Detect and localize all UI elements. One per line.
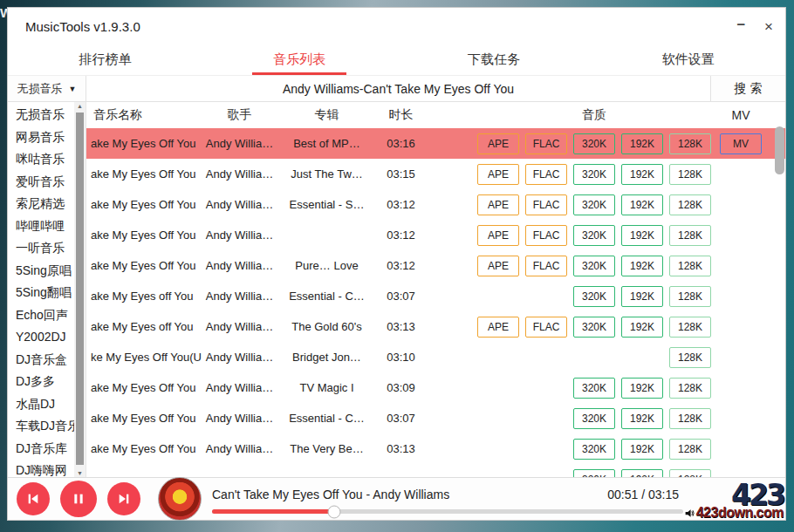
sidebar-item[interactable]: 5Sing翻唱 xyxy=(8,282,74,304)
song-duration: 03:09 xyxy=(377,381,425,394)
previous-track-button[interactable] xyxy=(17,482,50,515)
search-input[interactable] xyxy=(86,76,710,101)
download-ape-button[interactable]: APE xyxy=(477,133,519,154)
song-row[interactable]: ake My Eyes Off YouAndy Willia…Essential… xyxy=(86,189,785,220)
download-320k-button[interactable]: 320K xyxy=(573,256,615,276)
sidebar-item[interactable]: Y2002DJ xyxy=(8,326,74,349)
download-320k-button[interactable]: 320K xyxy=(573,225,615,246)
download-320k-button[interactable]: 320K xyxy=(573,133,615,154)
download-128k-button[interactable]: 128K xyxy=(669,439,711,460)
tab-music-list[interactable]: 音乐列表 xyxy=(202,44,397,75)
search-button[interactable]: 搜 索 xyxy=(710,76,785,101)
download-192k-button[interactable]: 192K xyxy=(621,225,663,246)
download-128k-button[interactable]: 128K xyxy=(669,347,711,368)
download-192k-button[interactable]: 192K xyxy=(621,256,663,276)
sidebar-item[interactable]: 一听音乐 xyxy=(8,237,74,260)
download-128k-button[interactable]: 128K xyxy=(669,164,711,185)
sidebar-item[interactable]: DJ音乐库 xyxy=(8,438,74,460)
sidebar-item[interactable]: 网易音乐 xyxy=(8,126,74,149)
tab-settings[interactable]: 软件设置 xyxy=(591,44,785,75)
download-192k-button[interactable]: 192K xyxy=(621,439,663,460)
scroll-down-icon[interactable]: ▼ xyxy=(74,470,86,476)
download-320k-button[interactable]: 320K xyxy=(573,194,615,215)
sidebar-scrollbar-thumb[interactable] xyxy=(76,113,84,465)
download-192k-button[interactable]: 192K xyxy=(621,469,663,478)
close-button[interactable]: × xyxy=(764,19,773,34)
sidebar-item[interactable]: 无损音乐 xyxy=(8,104,74,126)
download-192k-button[interactable]: 192K xyxy=(621,133,663,154)
player-bar: Can't Take My Eyes Off You - Andy Willia… xyxy=(8,477,785,520)
download-128k-button[interactable]: 128K xyxy=(669,194,711,215)
download-320k-button[interactable]: 320K xyxy=(573,408,615,429)
song-row[interactable]: ake My Eyes Off YouAndy Willia…Best of M… xyxy=(86,128,785,159)
sidebar-item[interactable]: DJ音乐盒 xyxy=(8,349,74,372)
minimize-button[interactable]: – xyxy=(737,17,745,31)
download-flac-button[interactable]: FLAC xyxy=(525,133,567,154)
song-row[interactable]: 320K192K128K xyxy=(86,464,785,477)
progress-bar[interactable] xyxy=(212,509,683,514)
download-ape-button[interactable]: APE xyxy=(477,164,519,185)
download-128k-button[interactable]: 128K xyxy=(669,286,711,307)
download-flac-button[interactable]: FLAC xyxy=(525,256,567,276)
download-192k-button[interactable]: 192K xyxy=(621,378,663,399)
sidebar-item[interactable]: 水晶DJ xyxy=(8,393,74,416)
sidebar-item[interactable]: 车载DJ音乐 xyxy=(8,415,74,438)
song-row[interactable]: ake My Eyes Off YouAndy Willia…03:12APEF… xyxy=(86,220,785,250)
download-128k-button[interactable]: 128K xyxy=(669,378,711,399)
download-320k-button[interactable]: 320K xyxy=(573,317,615,338)
sidebar-item[interactable]: DJ嗨嗨网 xyxy=(8,460,74,477)
download-192k-button[interactable]: 192K xyxy=(621,286,663,307)
tab-rank-list[interactable]: 排行榜单 xyxy=(8,44,202,75)
download-320k-button[interactable]: 320K xyxy=(573,164,615,185)
song-row[interactable]: ake My Eyes Off YouAndy Willia…Pure… Lov… xyxy=(86,250,785,281)
download-ape-button[interactable]: APE xyxy=(477,225,519,246)
next-track-button[interactable] xyxy=(107,482,140,515)
progress-thumb[interactable] xyxy=(328,505,341,518)
download-128k-button[interactable]: 128K xyxy=(669,256,711,276)
song-row[interactable]: ake My Eyes Off YouAndy Willia…Essential… xyxy=(86,403,785,433)
download-192k-button[interactable]: 192K xyxy=(621,194,663,215)
song-row[interactable]: ake My Eyes Off YouAndy Willia…The Very … xyxy=(86,433,785,464)
download-320k-button[interactable]: 320K xyxy=(573,439,615,460)
download-320k-button[interactable]: 320K xyxy=(573,286,615,307)
download-128k-button[interactable]: 128K xyxy=(669,469,711,478)
sidebar-item[interactable]: DJ多多 xyxy=(8,371,74,393)
download-128k-button[interactable]: 128K xyxy=(669,225,711,246)
download-192k-button[interactable]: 192K xyxy=(621,408,663,429)
download-flac-button[interactable]: FLAC xyxy=(525,164,567,185)
download-ape-button[interactable]: APE xyxy=(477,194,519,215)
sidebar-item[interactable]: Echo回声 xyxy=(8,304,74,327)
download-ape-button[interactable]: APE xyxy=(477,317,519,338)
download-flac-button[interactable]: FLAC xyxy=(525,225,567,246)
table-scrollbar-thumb[interactable] xyxy=(775,126,784,174)
download-320k-button[interactable]: 320K xyxy=(573,378,615,399)
download-128k-button[interactable]: 128K xyxy=(669,317,711,338)
download-flac-button[interactable]: FLAC xyxy=(525,317,567,338)
quality-slot: FLAC xyxy=(525,194,567,215)
song-row[interactable]: ke My Eyes Off You(U…Andy Willia…Bridget… xyxy=(86,342,785,372)
sidebar-item[interactable]: 爱听音乐 xyxy=(8,171,74,194)
sidebar-item[interactable]: 咪咕音乐 xyxy=(8,148,74,171)
tab-download-tasks[interactable]: 下载任务 xyxy=(397,44,592,75)
song-row[interactable]: ake My Eyes off YouAndy Willia…Essential… xyxy=(86,281,785,311)
sidebar-scrollbar[interactable]: ▲ ▼ xyxy=(74,102,86,477)
download-320k-button[interactable]: 320K xyxy=(573,469,615,478)
source-dropdown[interactable]: 无损音乐 ▼ xyxy=(8,76,86,101)
song-row[interactable]: ake My Eyes Off YouAndy Willia…TV Magic … xyxy=(86,372,785,403)
sidebar-item[interactable]: 哔哩哔哩 xyxy=(8,215,74,238)
download-192k-button[interactable]: 192K xyxy=(621,164,663,185)
download-192k-button[interactable]: 192K xyxy=(621,317,663,338)
sidebar-item[interactable]: 索尼精选 xyxy=(8,193,74,215)
download-128k-button[interactable]: 128K xyxy=(669,133,711,154)
quality-slot: 128K xyxy=(669,133,711,154)
pause-button[interactable] xyxy=(60,481,97,517)
song-duration: 03:10 xyxy=(377,351,425,364)
download-ape-button[interactable]: APE xyxy=(477,256,519,276)
mv-button[interactable]: MV xyxy=(720,133,762,154)
download-128k-button[interactable]: 128K xyxy=(669,408,711,429)
scroll-up-icon[interactable]: ▲ xyxy=(74,103,86,109)
song-row[interactable]: ake My Eyes off YouAndy Willia…The Gold … xyxy=(86,311,785,342)
song-row[interactable]: ake My Eyes Off YouAndy Willia…Just The … xyxy=(86,159,785,189)
download-flac-button[interactable]: FLAC xyxy=(525,194,567,215)
sidebar-item[interactable]: 5Sing原唱 xyxy=(8,260,74,283)
